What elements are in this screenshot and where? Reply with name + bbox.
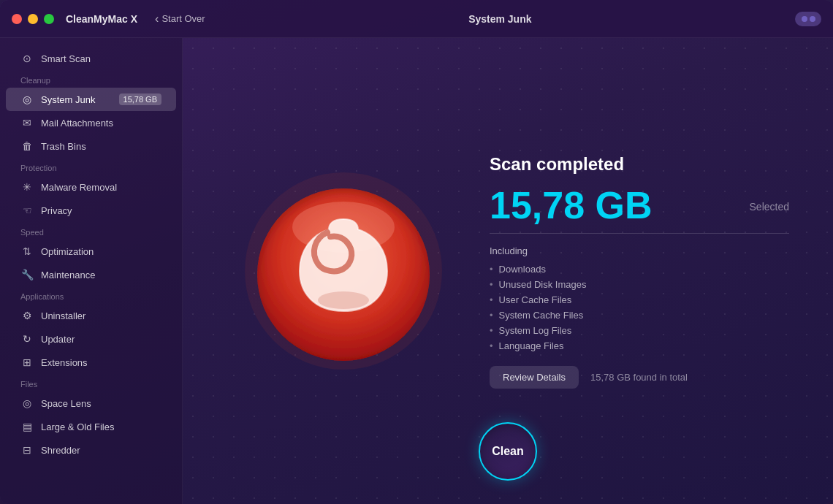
updater-icon: ↻: [20, 332, 34, 345]
avatar-button[interactable]: [795, 12, 821, 26]
sidebar-item-mail-attachments-label: Mail Attachments: [41, 118, 113, 129]
optimization-icon: ⇅: [20, 245, 34, 258]
maintenance-icon: 🔧: [20, 268, 34, 281]
trash-bins-icon: 🗑: [20, 140, 34, 153]
space-lens-icon: ◎: [20, 397, 34, 410]
size-selected-row: 15,78 GB Selected: [490, 186, 789, 227]
size-display: 15,78 GB: [490, 186, 653, 224]
system-junk-icon: ◎: [20, 93, 34, 106]
sidebar-item-uninstaller[interactable]: ⚙ Uninstaller: [6, 304, 176, 327]
bottom-row: Review Details 15,78 GB found in total: [490, 366, 789, 389]
smart-scan-icon: ⊙: [20, 52, 34, 65]
sidebar-item-privacy-label: Privacy: [41, 205, 72, 216]
sidebar-item-system-junk-label: System Junk: [41, 94, 95, 105]
including-list-item: Language Files: [490, 340, 789, 351]
start-over-button[interactable]: ‹ Start Over: [155, 13, 205, 25]
including-list-item: Downloads: [490, 264, 789, 275]
app-title: CleanMyMac X: [66, 13, 137, 25]
sidebar-item-maintenance-label: Maintenance: [41, 270, 95, 280]
clean-button-container: Clean: [479, 422, 537, 481]
found-total-text: 15,78 GB found in total: [590, 372, 688, 383]
sidebar-item-privacy[interactable]: ☜ Privacy: [6, 199, 176, 222]
titlebar-right: [795, 12, 821, 26]
sidebar-item-uninstaller-label: Uninstaller: [41, 310, 85, 321]
avatar-dot-2: [810, 16, 815, 22]
protection-section-label: Protection: [6, 158, 176, 175]
sidebar-item-extensions-label: Extensions: [41, 357, 88, 368]
titlebar-center: System Junk: [205, 13, 795, 25]
divider: [490, 233, 789, 234]
applications-section-label: Applications: [6, 286, 176, 304]
large-old-files-icon: ▤: [20, 420, 34, 433]
speed-section-label: Speed: [6, 222, 176, 240]
clean-button[interactable]: Clean: [479, 422, 537, 481]
sidebar-item-trash-bins[interactable]: 🗑 Trash Bins: [6, 134, 176, 158]
minimize-button[interactable]: [28, 14, 38, 24]
sidebar-item-smart-scan[interactable]: ⊙ Smart Scan: [6, 47, 176, 70]
sidebar-item-large-old-files[interactable]: ▤ Large & Old Files: [6, 415, 176, 438]
sidebar-item-malware-removal[interactable]: ✳ Malware Removal: [6, 175, 176, 199]
including-list-item: User Cache Files: [490, 294, 789, 305]
maximize-button[interactable]: [44, 14, 54, 24]
including-list-item: Unused Disk Images: [490, 279, 789, 290]
sidebar-item-optimization[interactable]: ⇅ Optimization: [6, 240, 176, 263]
content-area: Scan completed 15,78 GB Selected Includi…: [183, 38, 833, 504]
privacy-icon: ☜: [20, 204, 34, 217]
mail-attachments-icon: ✉: [20, 116, 34, 129]
titlebar: CleanMyMac X ‹ Start Over System Junk: [0, 0, 833, 38]
sidebar-item-space-lens[interactable]: ◎ Space Lens: [6, 392, 176, 415]
malware-removal-icon: ✳: [20, 180, 34, 194]
sidebar-item-shredder-label: Shredder: [41, 445, 80, 456]
sidebar-item-smart-scan-label: Smart Scan: [41, 53, 91, 64]
app-icon-container: [241, 169, 446, 373]
chevron-left-icon: ‹: [155, 13, 159, 25]
scan-completed-title: Scan completed: [490, 154, 789, 175]
close-button[interactable]: [12, 14, 22, 24]
sidebar-item-malware-removal-label: Malware Removal: [41, 182, 117, 193]
uninstaller-icon: ⚙: [20, 309, 34, 322]
including-label: Including: [490, 245, 789, 256]
sidebar-item-extensions[interactable]: ⊞ Extensions: [6, 351, 176, 374]
right-panel: Scan completed 15,78 GB Selected Includi…: [446, 154, 789, 389]
files-section-label: Files: [6, 374, 176, 392]
sidebar-item-trash-bins-label: Trash Bins: [41, 141, 86, 152]
window-title: System Junk: [468, 13, 531, 25]
including-list: DownloadsUnused Disk ImagesUser Cache Fi…: [490, 264, 789, 351]
selected-label: Selected: [750, 201, 789, 213]
main-area: ⊙ Smart Scan Cleanup ◎ System Junk 15,78…: [0, 38, 833, 504]
sidebar-item-maintenance[interactable]: 🔧 Maintenance: [6, 263, 176, 286]
start-over-label: Start Over: [161, 13, 205, 24]
sidebar-item-system-junk[interactable]: ◎ System Junk 15,78 GB: [6, 88, 176, 111]
sidebar-item-large-old-files-label: Large & Old Files: [41, 421, 114, 432]
avatar-dot-1: [802, 16, 807, 22]
shredder-icon: ⊟: [20, 443, 34, 457]
sidebar-item-shredder[interactable]: ⊟ Shredder: [6, 438, 176, 462]
sidebar-item-mail-attachments[interactable]: ✉ Mail Attachments: [6, 111, 176, 134]
review-details-button[interactable]: Review Details: [490, 366, 579, 389]
traffic-lights: [12, 14, 54, 24]
including-list-item: System Log Files: [490, 325, 789, 336]
app-window: CleanMyMac X ‹ Start Over System Junk ⊙ …: [0, 0, 833, 504]
app-icon: [241, 169, 446, 373]
sidebar-item-updater-label: Updater: [41, 334, 75, 345]
including-list-item: System Cache Files: [490, 310, 789, 321]
extensions-icon: ⊞: [20, 356, 34, 369]
system-junk-badge: 15,78 GB: [119, 93, 161, 105]
sidebar: ⊙ Smart Scan Cleanup ◎ System Junk 15,78…: [0, 38, 183, 504]
sidebar-item-space-lens-label: Space Lens: [41, 398, 91, 409]
sidebar-item-optimization-label: Optimization: [41, 246, 94, 257]
svg-point-3: [318, 291, 369, 309]
sidebar-item-updater[interactable]: ↻ Updater: [6, 327, 176, 351]
cleanup-section-label: Cleanup: [6, 70, 176, 88]
